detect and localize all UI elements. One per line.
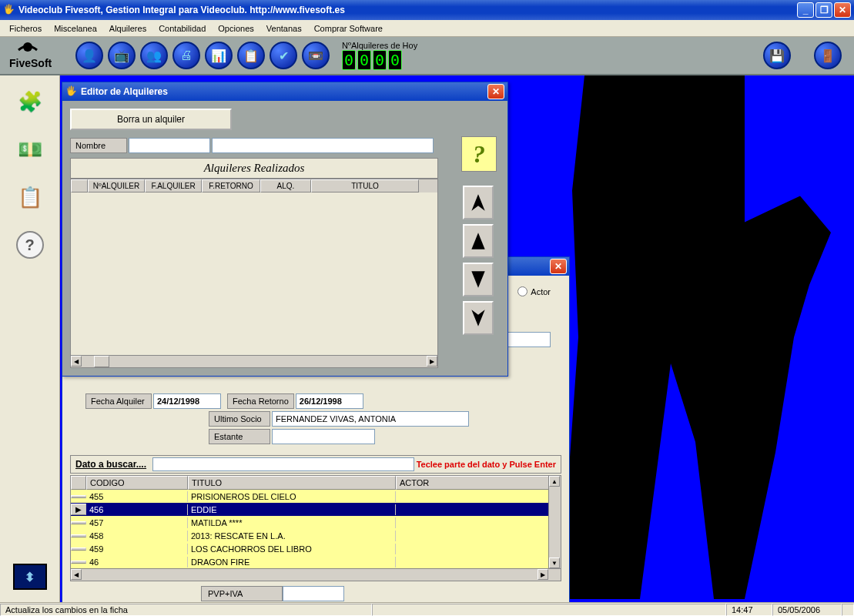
row-actor (396, 535, 561, 537)
minimize-button[interactable]: _ (797, 2, 814, 18)
editor-close-button[interactable]: ✕ (487, 84, 504, 99)
toolbar: FiveSoft 👤 📺 👥 🖨 📊 📋 ✔ 📼 NºAlquileres de… (0, 37, 854, 75)
fecha-alquiler-input[interactable] (153, 393, 221, 409)
side-icon-3[interactable]: 📋 (13, 182, 47, 213)
ed-col-marker[interactable] (71, 179, 88, 192)
counter-digit: 0 (373, 50, 387, 70)
scroll-up-icon[interactable]: ▲ (549, 476, 560, 487)
estante-input[interactable] (272, 429, 375, 444)
menu-ventanas[interactable]: Ventanas (260, 22, 308, 35)
grid-header-codigo[interactable]: CODIGO (86, 476, 188, 490)
table-row[interactable]: 457MATILDA **** (71, 516, 561, 529)
toolbar-btn-5[interactable]: 📊 (205, 42, 233, 69)
nav-next-button[interactable] (463, 263, 494, 296)
scroll-right-icon[interactable]: ▶ (538, 569, 548, 580)
ed-scroll-left-icon[interactable]: ◀ (71, 356, 82, 367)
toolbar-btn-right-2[interactable]: 🚪 (814, 42, 842, 69)
rental-counter: NºAlquileres de Hoy 0 0 0 0 (342, 41, 417, 70)
svg-text:FiveSoft: FiveSoft (9, 57, 52, 69)
search-input[interactable] (152, 457, 414, 471)
grid-header-titulo[interactable]: TITULO (188, 476, 396, 490)
ed-col-fret[interactable]: F.RETORNO (202, 179, 260, 192)
grid-header-marker[interactable] (71, 476, 86, 490)
toolbar-btn-2[interactable]: 📺 (108, 42, 136, 69)
ed-col-titulo[interactable]: TITULO (311, 179, 419, 192)
row-title: MATILDA **** (188, 517, 396, 528)
counter-digit: 0 (357, 50, 371, 70)
close-button[interactable]: ✕ (834, 2, 851, 18)
radio-actor-input[interactable] (517, 286, 527, 296)
side-icon-2[interactable]: 💵 (13, 134, 47, 165)
menu-contabilidad[interactable]: Contabilidad (152, 22, 212, 35)
rentals-close-button[interactable]: ✕ (550, 259, 567, 274)
status-spacer (372, 604, 726, 616)
table-row[interactable]: 4582013: RESCATE EN L.A. (71, 529, 561, 542)
grid-scrollbar-vertical[interactable]: ▲ ▼ (548, 476, 561, 568)
side-help-icon[interactable]: ? (13, 229, 47, 260)
table-row[interactable]: 46DRAGON FIRE (71, 555, 561, 568)
grid-scrollbar-horizontal[interactable]: ◀ ▶ (71, 568, 561, 581)
menu-alquileres[interactable]: Alquileres (103, 22, 152, 35)
toolbar-btn-3[interactable]: 👥 (140, 42, 168, 69)
toolbar-btn-4[interactable]: 🖨 (172, 42, 200, 69)
row-code: 459 (86, 544, 188, 554)
ed-col-alq[interactable]: ALQ. (260, 179, 311, 192)
table-row[interactable]: 459LOS CACHORROS DEL LIBRO (71, 542, 561, 555)
logo: FiveSoft (5, 39, 71, 72)
nav-first-button[interactable] (463, 186, 494, 219)
toolbar-btn-1[interactable]: 👤 (75, 42, 103, 69)
editor-hscroll[interactable]: ◀ ▶ (71, 355, 437, 367)
table-row[interactable]: ▶456EDDIE (71, 503, 561, 516)
delete-rental-button[interactable]: Borra un alquiler (70, 109, 232, 130)
status-date: 05/05/2006 (772, 604, 842, 616)
svg-marker-5 (471, 310, 484, 326)
ultimo-socio-label: Ultimo Socio (209, 411, 270, 427)
radio-actor-label: Actor (531, 287, 551, 296)
menu-opciones[interactable]: Opciones (212, 22, 260, 35)
row-title: PRISIONEROS DEL CIELO (188, 491, 396, 502)
toolbar-btn-6[interactable]: 📋 (237, 42, 265, 69)
toolbar-btn-8[interactable]: 📼 (302, 42, 330, 69)
editor-titlebar[interactable]: 🖐 Editor de Alquileres ✕ (62, 82, 507, 101)
menu-comprar[interactable]: Comprar Software (308, 22, 389, 35)
search-row: Dato a buscar.... Teclee parte del dato … (70, 455, 561, 474)
radio-actor[interactable]: Actor (517, 286, 551, 296)
scroll-down-icon[interactable]: ▼ (549, 557, 560, 568)
editor-grid: NºALQUILER F.ALQUILER F.RETORNO ALQ. TIT… (70, 179, 438, 368)
search-hint: Teclee parte del dato y Pulse Enter (417, 460, 556, 469)
table-row[interactable]: 455PRISIONEROS DEL CIELO (71, 490, 561, 503)
maximize-button[interactable]: ❐ (815, 2, 832, 18)
menubar: Ficheros Miscelanea Alquileres Contabili… (0, 20, 854, 37)
row-code: 458 (86, 531, 188, 541)
ed-col-falq[interactable]: F.ALQUILER (145, 179, 202, 192)
scroll-left-icon[interactable]: ◀ (71, 569, 82, 580)
side-bottom-icon[interactable]: ⬍ (13, 564, 47, 590)
main-titlebar: 🖐 Videoclub Fivesoft, Gestion Integral p… (0, 0, 854, 20)
editor-grid-body[interactable] (71, 192, 437, 350)
menu-miscelanea[interactable]: Miscelanea (48, 22, 103, 35)
grid-header-actor[interactable]: ACTOR (396, 476, 561, 490)
ed-scroll-right-icon[interactable]: ▶ (427, 356, 437, 367)
fecha-retorno-input[interactable] (296, 393, 363, 409)
side-icon-1[interactable]: 🧩 (13, 86, 47, 117)
row-code: 455 (86, 491, 188, 502)
ed-scroll-thumb[interactable] (94, 356, 109, 367)
left-iconbar: 🧩 💵 📋 ? ⬍ (0, 75, 60, 602)
row-marker (71, 547, 86, 551)
ultimo-socio-input[interactable] (272, 411, 469, 427)
app-icon: 🖐 (3, 4, 15, 16)
pvp-value[interactable] (283, 586, 344, 601)
row-actor (396, 548, 561, 550)
nombre-input-2[interactable] (212, 138, 434, 153)
grid-header: CODIGO TITULO ACTOR (71, 476, 561, 490)
menu-ficheros[interactable]: Ficheros (3, 22, 48, 35)
nav-prev-button[interactable] (463, 224, 494, 258)
nav-last-button[interactable] (463, 301, 494, 335)
toolbar-btn-right-1[interactable]: 💾 (763, 42, 791, 69)
toolbar-btn-7[interactable]: ✔ (270, 42, 297, 69)
ed-col-num[interactable]: NºALQUILER (88, 179, 145, 192)
row-marker: ▶ (71, 504, 86, 515)
editor-title: Editor de Alquileres (81, 86, 168, 97)
nombre-input-1[interactable] (129, 138, 210, 153)
pvp-label: PVP+IVA (201, 586, 283, 601)
